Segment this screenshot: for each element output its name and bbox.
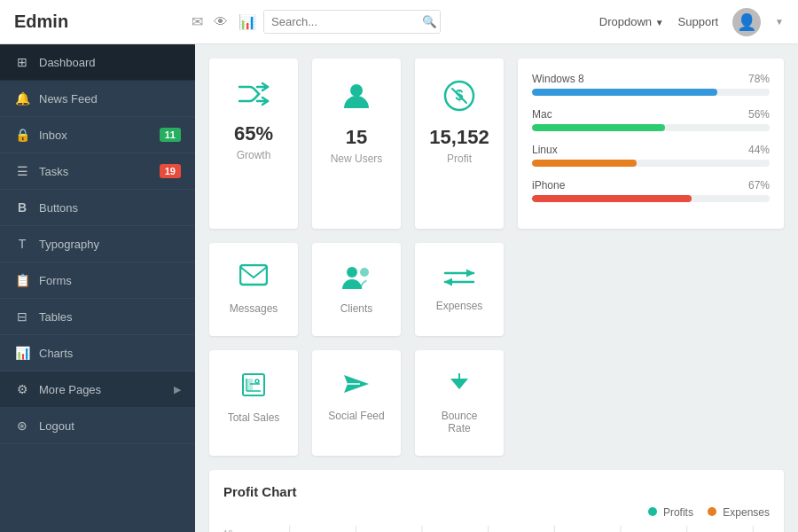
bar-chart-icon[interactable]: 📊	[239, 13, 256, 30]
progress-bar-fill-linux	[532, 160, 637, 167]
svg-rect-9	[247, 379, 253, 391]
icon-card-expenses[interactable]: Expenses	[415, 243, 504, 336]
tasks-badge: 19	[160, 164, 181, 178]
progress-item-linux: Linux 44%	[532, 144, 770, 167]
profit-label: Profit	[429, 153, 489, 165]
profit-icon: $	[429, 80, 489, 119]
expenses-icon	[429, 264, 489, 293]
charts-icon: 📊	[14, 346, 30, 360]
icon-card-total-sales[interactable]: Total Sales	[209, 350, 298, 456]
sidebar-item-more-pages[interactable]: ⚙ More Pages ▶	[0, 372, 195, 408]
progress-label-windows8: Windows 8	[532, 73, 584, 85]
progress-bar-bg-linux	[532, 160, 770, 167]
progress-label-mac: Mac	[532, 108, 552, 121]
sidebar-label-buttons: Buttons	[39, 201, 181, 215]
inbox-icon: 🔒	[14, 128, 30, 142]
main-content: 65% Growth 15 New Users	[195, 44, 798, 532]
tables-icon: ⊟	[14, 309, 30, 324]
logout-icon: ⊛	[14, 419, 30, 433]
users-icon	[326, 80, 387, 119]
sidebar-label-forms: Forms	[39, 274, 181, 287]
chart-svg: 16 14 12 10	[223, 526, 770, 532]
progress-bar-bg-windows8	[532, 89, 770, 96]
stats-row: 65% Growth 15 New Users	[209, 59, 784, 229]
sidebar-item-typography[interactable]: T Typography	[0, 226, 195, 262]
progress-bar-fill-mac	[532, 124, 665, 131]
expenses-label: Expenses	[429, 300, 489, 312]
dropdown-button[interactable]: Dropdown ▼	[599, 15, 664, 28]
users-label: New Users	[326, 153, 387, 165]
sidebar-item-inbox[interactable]: 🔒 Inbox 11	[0, 117, 195, 153]
sidebar-label-typography: Typography	[39, 238, 181, 251]
total-sales-icon	[223, 372, 284, 404]
svg-rect-3	[240, 265, 267, 285]
legend-expenses: Expenses	[708, 506, 770, 519]
progress-bar-fill-iphone	[532, 195, 692, 202]
progress-item-mac: Mac 56%	[532, 108, 770, 131]
avatar-icon: 👤	[737, 12, 756, 32]
progress-bar-bg-mac	[532, 124, 770, 131]
eye-icon[interactable]: 👁	[214, 14, 228, 30]
progress-pct-linux: 44%	[748, 144, 770, 156]
chart-section: Profit Chart Profits Expenses	[209, 470, 784, 532]
clients-label: Clients	[326, 302, 387, 315]
brand-logo: Edmin	[14, 12, 192, 32]
avatar-arrow[interactable]: ▼	[775, 17, 784, 27]
row1-right-placeholder	[518, 243, 784, 336]
icon-cards-row1: Messages Clients	[209, 243, 784, 336]
sidebar-item-dashboard[interactable]: ⊞ Dashboard	[0, 44, 195, 81]
svg-point-0	[350, 84, 363, 97]
icon-card-social-feed[interactable]: Social Feed	[312, 350, 401, 456]
sidebar-label-more-pages: More Pages	[39, 383, 165, 396]
clients-icon	[326, 264, 387, 295]
chart-title: Profit Chart	[223, 484, 770, 499]
search-bar: 🔍	[263, 10, 441, 34]
search-button[interactable]: 🔍	[415, 11, 441, 33]
app-layout: ⊞ Dashboard 🔔 News Feed 🔒 Inbox 11 ☰ Tas…	[0, 44, 798, 532]
total-sales-label: Total Sales	[223, 411, 284, 424]
icon-card-messages[interactable]: Messages	[209, 243, 298, 336]
legend-label-expenses: Expenses	[723, 506, 770, 519]
sidebar-item-tables[interactable]: ⊟ Tables	[0, 299, 195, 335]
stat-card-growth: 65% Growth	[209, 59, 298, 229]
progress-label-linux: Linux	[532, 144, 558, 156]
growth-label: Growth	[223, 149, 284, 161]
svg-point-13	[255, 379, 259, 383]
buttons-icon: B	[14, 200, 30, 215]
svg-point-4	[347, 267, 357, 278]
social-feed-label: Social Feed	[326, 410, 387, 422]
more-pages-icon: ⚙	[14, 382, 30, 396]
sidebar-item-logout[interactable]: ⊛ Logout	[0, 408, 195, 444]
sidebar-label-tasks: Tasks	[39, 165, 151, 178]
sidebar: ⊞ Dashboard 🔔 News Feed 🔒 Inbox 11 ☰ Tas…	[0, 44, 195, 532]
legend-dot-expenses	[708, 507, 716, 516]
search-input[interactable]	[264, 11, 415, 33]
progress-item-iphone: iPhone 67%	[532, 179, 770, 202]
svg-marker-16	[450, 379, 468, 389]
bounce-rate-label: Bounce Rate	[429, 410, 489, 434]
avatar[interactable]: 👤	[732, 8, 761, 36]
legend-dot-profits	[648, 507, 657, 516]
sidebar-label-dashboard: Dashboard	[39, 56, 181, 69]
header-icons: ✉ 👁 📊	[192, 13, 256, 30]
typography-icon: T	[14, 237, 30, 251]
support-link[interactable]: Support	[678, 15, 719, 28]
icon-card-clients[interactable]: Clients	[312, 243, 401, 336]
sidebar-item-charts[interactable]: 📊 Charts	[0, 335, 195, 372]
sidebar-label-news-feed: News Feed	[39, 92, 181, 106]
chart-area: 16 14 12 10	[223, 526, 770, 532]
icon-card-bounce-rate[interactable]: Bounce Rate	[415, 350, 504, 456]
email-icon[interactable]: ✉	[192, 13, 203, 30]
sidebar-label-tables: Tables	[39, 310, 181, 324]
sidebar-item-tasks[interactable]: ☰ Tasks 19	[0, 153, 195, 190]
sidebar-item-news-feed[interactable]: 🔔 News Feed	[0, 81, 195, 117]
sidebar-item-buttons[interactable]: B Buttons	[0, 190, 195, 226]
progress-card: Windows 8 78% Mac 56%	[518, 59, 784, 229]
tasks-icon: ☰	[14, 164, 30, 178]
users-value: 15	[326, 126, 387, 149]
sidebar-item-forms[interactable]: 📋 Forms	[0, 262, 195, 299]
app-header: Edmin ✉ 👁 📊 🔍 Dropdown ▼ Support 👤 ▼	[0, 0, 798, 44]
row2-right-placeholder	[518, 350, 784, 456]
progress-pct-iphone: 67%	[748, 179, 770, 192]
progress-bar-bg-iphone	[532, 195, 770, 202]
